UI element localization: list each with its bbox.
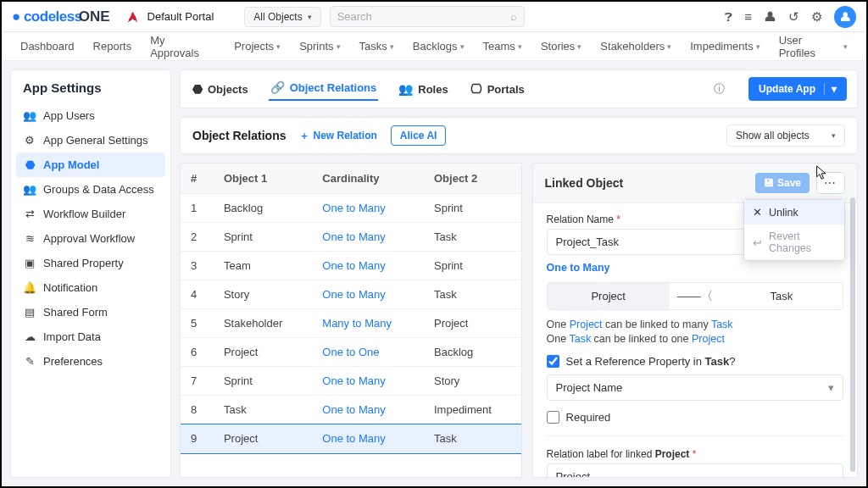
table-row[interactable]: 6ProjectOne to OneBacklog [181,338,521,367]
arrow-icon: ――〈 [670,289,721,304]
nav-item[interactable]: My Approvals [150,34,215,59]
sidebar-icon: ✎ [23,355,36,368]
nav-item[interactable]: Teams▾ [483,40,522,53]
portal-icon: ⮝ [127,10,139,24]
sidebar-item[interactable]: ▣Shared Property [11,251,170,275]
logo[interactable]: ● codelessONE [12,8,110,25]
main-nav: DashboardReportsMy ApprovalsProjects▾Spr… [2,32,866,61]
nav-item[interactable]: Impediments▾ [690,40,760,53]
database-icon[interactable]: ≡ [744,9,752,24]
col-header[interactable]: Object 2 [424,164,521,194]
user-add-icon[interactable]: 👤︎ [764,9,776,24]
required-checkbox[interactable]: Required [547,411,843,424]
sidebar-title: App Settings [11,80,170,103]
nav-item[interactable]: Tasks▾ [359,40,394,53]
chevron-down-icon[interactable]: ▾ [824,83,837,95]
sidebar-icon: 👥 [23,109,36,122]
tab-icon: ⬣ [192,82,203,96]
sidebar-icon: ☁ [23,330,36,343]
linked-object-panel: Linked Object 💾︎Save ⋯ ✕ Unlink [532,163,858,478]
sidebar-icon: ⚙ [23,134,36,147]
sidebar-icon: ⬣ [23,158,36,171]
sidebar-item[interactable]: ⇄Workflow Builder [11,202,170,226]
menu-revert[interactable]: ↩ Revert Changes [744,225,844,260]
relation-right: Task [721,283,843,309]
sidebar-item[interactable]: ≋Approval Workflow [11,226,170,251]
sidebar: App Settings 👥App Users⚙App General Sett… [10,69,171,478]
search-input[interactable]: Search ⌕ [330,6,525,27]
relation-sentence-1: One Project can be linked to many Task [547,319,843,330]
sidebar-icon: ⇄ [23,208,36,220]
table-row[interactable]: 2SprintOne to ManyTask [181,223,521,252]
close-icon: ✕ [753,206,762,219]
sidebar-item[interactable]: ⚙App General Settings [11,128,170,152]
sidebar-item[interactable]: ⬣App Model [16,152,165,177]
tab[interactable]: 🔗Object Relations [269,77,379,101]
col-header[interactable]: Object 1 [214,164,312,194]
col-header[interactable]: Cardinality [312,164,424,194]
tabs-row: ⬣Objects🔗Object Relations👥Roles🖵Portals … [180,69,858,108]
sidebar-item[interactable]: 👥App Users [11,103,170,128]
all-objects-select[interactable]: All Objects [244,7,320,27]
nav-item[interactable]: Sprints▾ [299,40,340,53]
help-icon[interactable]: ❓︎ [725,9,732,25]
nav-item[interactable]: User Profiles▾ [779,34,848,59]
nav-item[interactable]: Reports [93,40,132,53]
portal-name[interactable]: Default Portal [147,10,214,23]
save-button[interactable]: 💾︎Save [755,173,810,193]
sidebar-icon: 👥 [23,183,36,196]
save-icon: 💾︎ [764,177,774,189]
top-bar: ● codelessONE ⮝ Default Portal All Objec… [2,2,866,32]
nav-item[interactable]: Backlogs▾ [413,40,465,53]
relation-left: Project [548,283,670,309]
table-row[interactable]: 4StoryOne to ManyTask [181,280,521,309]
menu-unlink[interactable]: ✕ Unlink [744,200,844,225]
sidebar-icon: 🔔 [23,281,36,294]
tab-icon: 🖵 [470,82,482,96]
table-row[interactable]: 1BacklogOne to ManySprint [181,194,521,223]
reference-property-checkbox[interactable]: Set a Reference Property in Task? [547,355,843,368]
table-row[interactable]: 3TeamOne to ManySprint [181,252,521,280]
sidebar-item[interactable]: 👥Groups & Data Access [11,177,170,202]
info-icon[interactable]: ⓘ [714,81,725,97]
tab-icon: 🔗 [270,80,285,94]
nav-item[interactable]: Dashboard [20,40,75,53]
table-row[interactable]: 9ProjectOne to ManyTask [181,424,521,453]
history-icon[interactable]: ↺ [788,9,799,25]
avatar[interactable]: 👤︎ [834,6,856,28]
sidebar-icon: ▣ [23,257,36,269]
show-all-objects-select[interactable]: Show all objects [726,125,845,147]
sidebar-item[interactable]: ▤Shared Form [11,300,170,324]
tab[interactable]: 🖵Portals [469,77,526,101]
cardinality-link[interactable]: One to Many [547,262,610,274]
nav-item[interactable]: Stakeholders▾ [600,40,671,53]
tab-icon: 👥 [398,82,413,96]
relations-table: #Object 1CardinalityObject 2 1BacklogOne… [180,163,522,478]
table-row[interactable]: 8TaskOne to ManyImpediment [181,396,521,424]
table-row[interactable]: 7SprintOne to ManyStory [181,367,521,396]
scrollbar[interactable] [850,197,855,472]
alice-ai-chip[interactable]: Alice AI [391,125,447,146]
relations-toolbar: Object Relations ＋New Relation Alice AI … [180,117,858,154]
more-button[interactable]: ⋯ [816,172,845,194]
tab[interactable]: 👥Roles [397,77,449,101]
tab[interactable]: ⬣Objects [191,77,250,101]
chevron-down-icon: ▾ [828,381,834,394]
settings-icon[interactable]: ⚙ [811,9,822,25]
sidebar-item[interactable]: ☁Import Data [11,324,170,349]
nav-item[interactable]: Projects▾ [234,40,281,53]
sidebar-icon: ▤ [23,306,36,319]
nav-item[interactable]: Stories▾ [541,40,581,53]
sidebar-icon: ≋ [23,232,36,245]
relation-sentence-2: One Task can be linked to one Project [547,333,843,345]
reference-property-select[interactable]: Project Name▾ [547,374,843,401]
new-relation-button[interactable]: ＋New Relation [299,129,376,143]
update-app-button[interactable]: Update App▾ [748,77,847,101]
sidebar-item[interactable]: 🔔Notification [11,275,170,300]
label-project-input[interactable] [547,463,843,477]
relation-visual: Project ――〈 Task [547,282,843,310]
sidebar-item[interactable]: ✎Preferences [11,349,170,374]
col-header[interactable]: # [181,164,214,194]
undo-icon: ↩ [753,236,762,249]
table-row[interactable]: 5StakeholderMany to ManyProject [181,309,521,338]
